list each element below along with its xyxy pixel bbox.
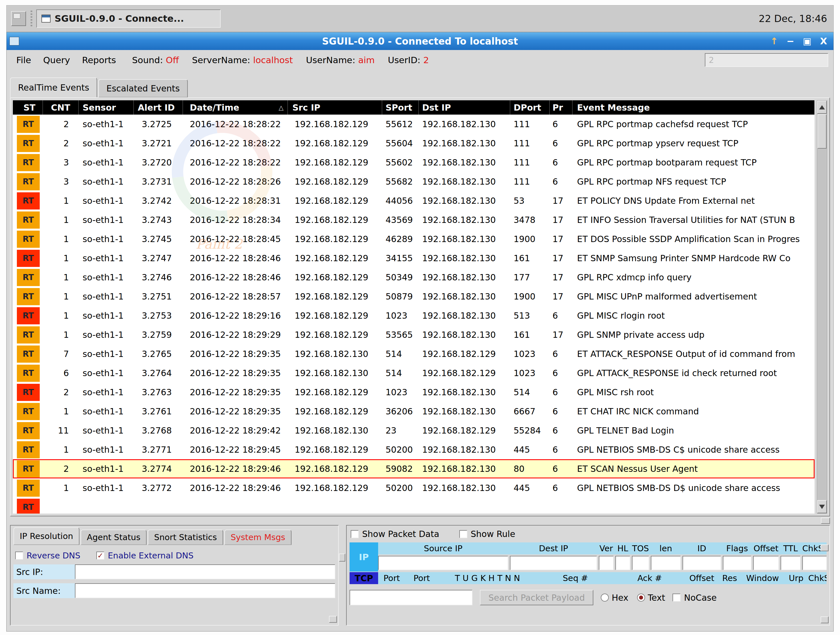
tcp-field-headers: PortPortT U G K H T N NSeq #Ack #OffsetR… — [378, 572, 827, 584]
panel-resize-grip[interactable] — [329, 616, 337, 623]
search-payload-button[interactable]: Search Packet Payload — [480, 590, 593, 605]
ip-value-flags[interactable] — [723, 556, 752, 570]
column-header-pr[interactable]: Pr — [549, 100, 573, 115]
event-row[interactable]: RT2so-eth1-13.27632016-12-22 18:29:35192… — [13, 383, 815, 402]
table-cell: 192.168.182.129 — [288, 249, 382, 268]
text-radio[interactable]: Text — [637, 593, 665, 603]
hex-radio[interactable]: Hex — [601, 593, 628, 603]
event-row[interactable]: RT1so-eth1-13.27452016-12-22 18:28:45192… — [13, 229, 815, 249]
event-row[interactable]: RT7so-eth1-13.27652016-12-22 18:29:35192… — [13, 344, 815, 363]
scrollbar-trough[interactable] — [817, 114, 827, 500]
event-row[interactable]: RT1so-eth1-13.27422016-12-22 18:28:31192… — [13, 191, 815, 210]
event-row[interactable]: RT3so-eth1-13.27202016-12-22 18:28:22192… — [13, 153, 815, 172]
event-row[interactable]: RT3so-eth1-13.27312016-12-22 18:28:26192… — [13, 172, 815, 191]
src-ip-input[interactable] — [75, 564, 335, 579]
event-row[interactable]: RT1so-eth1-13.27612016-12-22 18:29:35192… — [13, 402, 815, 421]
enable-external-dns-checkbox[interactable]: ✓Enable External DNS — [96, 551, 194, 561]
event-row[interactable]: RT1so-eth1-13.27432016-12-22 18:28:34192… — [13, 210, 815, 229]
event-row[interactable]: RT1so-eth1-13.27712016-12-22 18:29:45192… — [13, 440, 815, 459]
event-row[interactable]: RT1so-eth1-13.27472016-12-22 18:28:46192… — [13, 249, 815, 268]
ip-value-ttl[interactable] — [780, 556, 801, 570]
scroll-down-button[interactable] — [817, 500, 827, 513]
menu-query[interactable]: Query — [39, 54, 74, 66]
column-header-sensor[interactable]: Sensor — [79, 100, 134, 115]
checkbox-icon — [459, 530, 467, 538]
table-cell: GPL MISC UPnP malformed advertisement — [573, 287, 815, 306]
column-header-alert-id[interactable]: Alert ID — [134, 100, 183, 115]
table-cell: 3.2763 — [134, 383, 183, 402]
column-header-sport[interactable]: SPort — [382, 100, 419, 115]
window-menu-icon[interactable] — [9, 37, 19, 46]
src-name-input[interactable] — [75, 583, 335, 598]
event-row[interactable]: RT1so-eth1-13.27532016-12-22 18:29:16192… — [13, 306, 815, 325]
tab-system-msgs[interactable]: System Msgs — [224, 529, 292, 545]
tab-snort-statistics[interactable]: Snort Statistics — [148, 529, 223, 545]
table-cell: 3.2742 — [134, 191, 183, 210]
panel-resize-grip[interactable] — [821, 544, 829, 551]
event-row[interactable]: RT2so-eth1-13.27212016-12-22 18:28:22192… — [13, 134, 815, 153]
ip-value-source-ip[interactable] — [378, 556, 508, 570]
shade-button[interactable]: ↑ — [770, 36, 778, 47]
status-badge: RT — [17, 365, 40, 382]
payload-search-input[interactable] — [349, 590, 472, 605]
reverse-dns-checkbox[interactable]: Reverse DNS — [15, 551, 80, 561]
column-header-src-ip[interactable]: Src IP — [288, 100, 382, 115]
src-ip-row: Src IP: — [13, 564, 335, 579]
event-row[interactable]: RT1so-eth1-13.27592016-12-22 18:29:29192… — [13, 325, 815, 344]
maximize-button[interactable]: ▣ — [803, 36, 812, 47]
event-row[interactable]: RT — [13, 498, 815, 513]
ip-value-dest-ip[interactable] — [510, 556, 597, 570]
status-badge: RT — [17, 231, 40, 248]
table-cell: GPL RPC xdmcp info query — [573, 268, 815, 287]
menubar-entry[interactable]: 2 — [705, 53, 828, 67]
column-header-date-time[interactable]: Date/Time△ — [183, 100, 288, 115]
event-row[interactable]: RT1so-eth1-13.27512016-12-22 18:28:57192… — [13, 287, 815, 306]
event-row[interactable]: RT1so-eth1-13.27722016-12-22 18:29:46192… — [13, 479, 815, 498]
scroll-up-button[interactable] — [817, 101, 827, 114]
event-row[interactable]: RT6so-eth1-13.27642016-12-22 18:29:35192… — [13, 363, 815, 383]
tab-realtime-events[interactable]: RealTime Events — [10, 77, 97, 98]
ip-value-len[interactable] — [651, 556, 681, 570]
tab-agent-status[interactable]: Agent Status — [81, 529, 147, 545]
scrollbar-thumb[interactable] — [818, 114, 827, 148]
show-rule-checkbox[interactable]: Show Rule — [459, 529, 515, 539]
table-cell: GPL RPC portmap bootparam request TCP — [573, 153, 815, 172]
vertical-sash-grip[interactable] — [339, 554, 345, 562]
titlebar[interactable]: SGUIL-0.9.0 - Connected To localhost ↑ −… — [6, 32, 834, 50]
table-cell: 6667 — [510, 402, 549, 421]
table-cell: 6 — [549, 402, 573, 421]
column-header-dst-ip[interactable]: Dst IP — [419, 100, 510, 115]
close-button[interactable]: X — [820, 36, 827, 47]
taskbar-window-button[interactable]: SGUIL-0.9.0 - Connecte... — [36, 9, 221, 28]
status-badge: RT — [17, 307, 40, 324]
tab-escalated-events[interactable]: Escalated Events — [98, 79, 188, 98]
vertical-scrollbar[interactable] — [817, 100, 827, 513]
ip-value-chksum[interactable] — [802, 556, 827, 570]
show-packet-data-checkbox[interactable]: Show Packet Data — [351, 529, 439, 539]
column-header-cnt[interactable]: CNT — [43, 100, 79, 115]
taskbar-drag-handle[interactable] — [31, 11, 32, 27]
nocase-checkbox[interactable]: NoCase — [673, 593, 717, 603]
ip-value-id[interactable] — [682, 556, 721, 570]
event-row[interactable]: RT2so-eth1-13.27742016-12-22 18:29:46192… — [13, 459, 815, 479]
menu-reports[interactable]: Reports — [77, 54, 121, 66]
panel-resize-grip[interactable] — [821, 616, 829, 623]
table-cell: 36206 — [382, 402, 419, 421]
column-header-event-message[interactable]: Event Message — [573, 100, 815, 115]
table-cell: 7 — [43, 344, 79, 363]
tab-ip-resolution[interactable]: IP Resolution — [13, 527, 79, 545]
column-header-dport[interactable]: DPort — [510, 100, 549, 115]
minimize-button[interactable]: − — [786, 36, 794, 47]
table-cell: so-eth1-1 — [79, 287, 134, 306]
event-row[interactable]: RT1so-eth1-13.27462016-12-22 18:28:46192… — [13, 268, 815, 287]
desktop-pager-icon[interactable] — [11, 11, 26, 26]
ip-value-hl[interactable] — [615, 556, 630, 570]
ip-value-tos[interactable] — [632, 556, 649, 570]
menu-file[interactable]: File — [12, 54, 36, 66]
column-header-st[interactable]: ST — [13, 100, 43, 115]
sash-grip[interactable] — [821, 518, 830, 524]
event-row[interactable]: RT2so-eth1-13.27252016-12-22 18:28:22192… — [13, 115, 815, 134]
event-row[interactable]: RT11so-eth1-13.27682016-12-22 18:29:4219… — [13, 421, 815, 440]
ip-value-ver[interactable] — [599, 556, 614, 570]
ip-value-offset[interactable] — [753, 556, 779, 570]
